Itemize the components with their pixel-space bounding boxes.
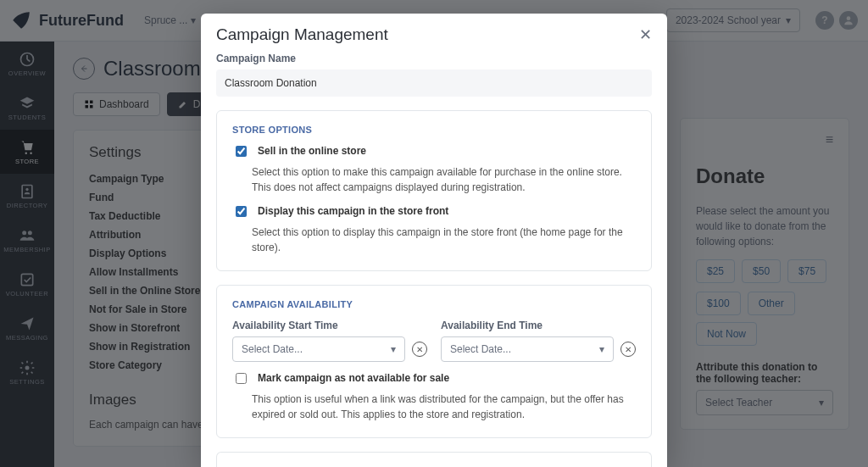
start-time-label: Availability Start Time [232, 320, 427, 331]
advanced-options-section: ADVANCED OPTIONS This donation is tax de… [216, 452, 652, 467]
availability-title: CAMPAIGN AVAILABILITY [232, 299, 636, 309]
modal-title: Campaign Management [216, 25, 388, 44]
campaign-modal: Campaign Management ✕ Campaign Name Clas… [201, 14, 667, 467]
campaign-name-field[interactable]: Classroom Donation [216, 69, 652, 97]
chevron-down-icon: ▾ [599, 343, 604, 355]
not-available-checkbox[interactable] [236, 373, 247, 384]
sell-online-desc: Select this option to make this campaign… [252, 164, 636, 195]
display-storefront-checkbox[interactable] [236, 206, 247, 217]
start-date-select[interactable]: Select Date...▾ [232, 336, 405, 362]
end-date-select[interactable]: Select Date...▾ [441, 336, 614, 362]
store-options-title: STORE OPTIONS [232, 125, 636, 135]
clear-end-date[interactable]: ✕ [620, 342, 636, 357]
campaign-name-label: Campaign Name [216, 53, 652, 64]
not-available-desc: This option is useful when a link was di… [252, 392, 636, 422]
sell-online-label: Sell in the online store [258, 145, 366, 157]
chevron-down-icon: ▾ [391, 343, 396, 355]
availability-section: CAMPAIGN AVAILABILITY Availability Start… [216, 285, 652, 438]
end-time-label: Availability End Time [441, 320, 636, 331]
display-storefront-desc: Select this option to display this campa… [252, 225, 636, 255]
sell-online-checkbox[interactable] [236, 146, 247, 157]
not-available-label: Mark campaign as not available for sale [258, 372, 449, 384]
clear-start-date[interactable]: ✕ [412, 342, 427, 357]
store-options-section: STORE OPTIONS Sell in the online store S… [216, 110, 652, 271]
display-storefront-label: Display this campaign in the store front [258, 205, 448, 217]
close-icon[interactable]: ✕ [639, 25, 652, 44]
